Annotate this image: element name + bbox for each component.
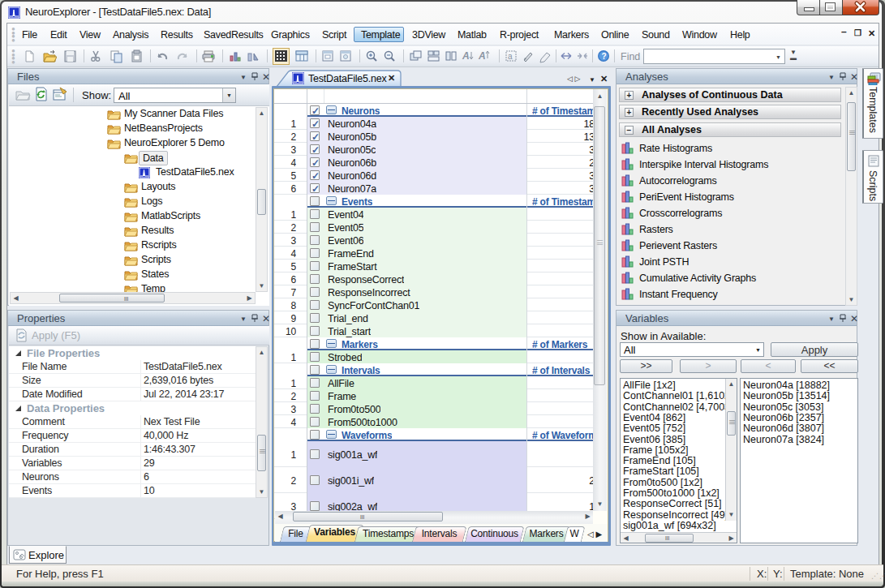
svg-text:a: a bbox=[508, 52, 513, 61]
svg-text:A: A bbox=[478, 50, 486, 62]
svg-text:?: ? bbox=[602, 52, 607, 61]
svg-text:A: A bbox=[462, 50, 470, 62]
